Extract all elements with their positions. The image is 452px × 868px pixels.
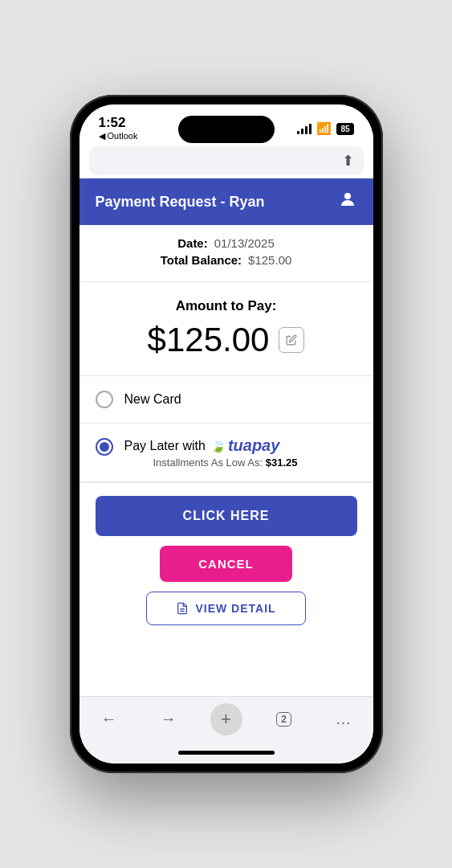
amount-value: $125.00 (148, 321, 270, 359)
tab-count: 2 (276, 712, 291, 727)
pay-later-text: Pay Later with (124, 439, 206, 453)
view-detail-label: VIEW DETAIL (195, 602, 275, 615)
amount-value-row: $125.00 (99, 321, 354, 359)
tabs-button[interactable]: 2 (267, 702, 302, 737)
back-nav-button[interactable]: ← (92, 702, 127, 737)
tuapay-main-row: Pay Later with 🍃 tuapay (124, 436, 298, 455)
page-title: Payment Request - Ryan (96, 194, 265, 211)
battery-indicator: 85 (336, 123, 353, 135)
new-card-label: New Card (124, 392, 181, 407)
payment-options: New Card Pay Later with 🍃 tuapay (79, 376, 373, 482)
content-area: Payment Request - Ryan Date: 01/13/2025 … (79, 178, 373, 696)
date-label: Date: (177, 236, 208, 250)
document-icon (176, 602, 189, 615)
tuapay-content: Pay Later with 🍃 tuapay Installments As … (124, 436, 298, 469)
page-header: Payment Request - Ryan (79, 178, 373, 225)
tuapay-radio[interactable] (96, 438, 113, 456)
share-button[interactable]: ⬆︎ (342, 152, 354, 170)
new-card-radio[interactable] (96, 391, 113, 408)
amount-section: Amount to Pay: $125.00 (79, 282, 373, 376)
wifi-icon: 📶 (316, 121, 332, 136)
tuapay-brand-text: tuapay (228, 436, 279, 455)
status-time: 1:52 (99, 116, 138, 131)
date-value: 01/13/2025 (214, 236, 275, 250)
new-tab-button[interactable]: + (210, 703, 242, 735)
installments-amount: $31.25 (266, 457, 298, 469)
home-indicator-bar (178, 751, 275, 755)
phone-frame: 1:52 ◀ Outlook 📶 85 ⬆︎ Payment (70, 95, 383, 773)
radio-inner-dot (100, 442, 109, 452)
phone-screen: 1:52 ◀ Outlook 📶 85 ⬆︎ Payment (79, 104, 373, 764)
bottom-nav: ← → + 2 … (79, 696, 373, 741)
amount-label: Amount to Pay: (99, 298, 354, 314)
status-right: 📶 85 (297, 121, 353, 136)
edit-amount-button[interactable] (279, 327, 304, 353)
tuapay-logo: 🍃 tuapay (210, 436, 279, 455)
back-label[interactable]: ◀ Outlook (99, 131, 138, 141)
view-detail-button[interactable]: VIEW DETAIL (146, 592, 305, 625)
balance-label: Total Balance: (161, 253, 242, 267)
forward-nav-button[interactable]: → (151, 702, 186, 737)
status-left: 1:52 ◀ Outlook (99, 116, 138, 141)
date-row: Date: 01/13/2025 (99, 236, 354, 250)
home-indicator (79, 741, 373, 764)
dynamic-island (178, 116, 275, 143)
new-card-option[interactable]: New Card (79, 376, 373, 424)
info-section: Date: 01/13/2025 Total Balance: $125.00 (79, 225, 373, 282)
balance-row: Total Balance: $125.00 (99, 253, 354, 267)
tuapay-leaf-icon: 🍃 (210, 438, 226, 453)
tuapay-option[interactable]: Pay Later with 🍃 tuapay Installments As … (79, 424, 373, 482)
user-icon (338, 190, 357, 214)
cancel-button[interactable]: CANCEL (160, 546, 292, 582)
installments-text: Installments As Low As: $31.25 (153, 457, 298, 469)
balance-value: $125.00 (248, 253, 291, 267)
click-here-button[interactable]: CLICK HERE (96, 496, 357, 536)
browser-bar: ⬆︎ (89, 146, 364, 175)
actions-section: CLICK HERE CANCEL VIEW DETAIL (79, 482, 373, 638)
signal-icon (297, 124, 312, 134)
more-options-button[interactable]: … (326, 702, 361, 737)
svg-point-0 (344, 193, 351, 199)
